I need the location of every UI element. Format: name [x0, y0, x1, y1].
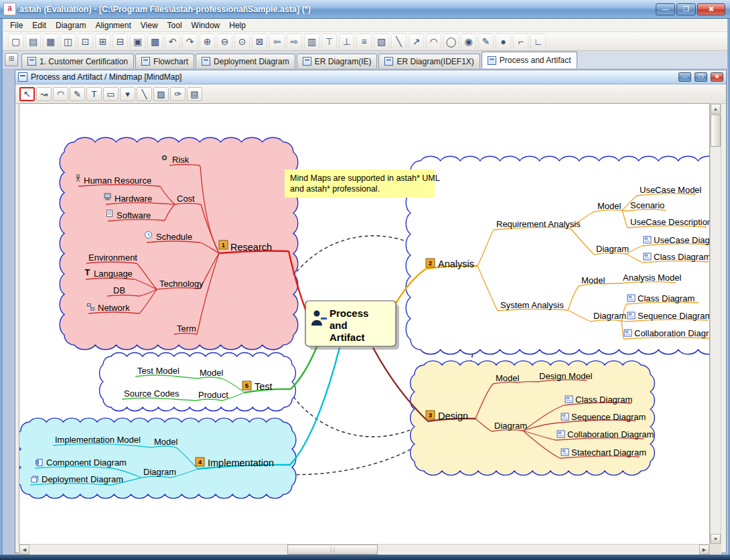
- node-usecase-description[interactable]: UseCase Description: [630, 217, 709, 227]
- menu-file[interactable]: File: [5, 19, 27, 31]
- menu-alignment[interactable]: Alignment: [90, 19, 135, 31]
- node-component-diagram[interactable]: Component Diagram: [46, 458, 127, 468]
- copy-diagram-icon[interactable]: ▣: [130, 33, 145, 49]
- root-node[interactable]: Process and Artifact: [305, 301, 399, 350]
- scroll-up-button[interactable]: ▲: [711, 104, 721, 114]
- distribute-icon[interactable]: ≡: [356, 33, 372, 49]
- line-tool[interactable]: ╲: [137, 87, 152, 101]
- diagram-minimize-button[interactable]: —: [678, 72, 691, 82]
- grid-icon[interactable]: ▥: [304, 33, 319, 49]
- node-sequence-diagram[interactable]: Sequence Diagram: [638, 311, 709, 321]
- horizontal-scrollbar-thumb[interactable]: ┆┆: [287, 545, 378, 555]
- menu-edit[interactable]: Edit: [27, 19, 51, 31]
- node-class-diagram[interactable]: Class Diagram: [638, 293, 695, 303]
- node-statechart-diagram[interactable]: Statechart Diagram: [571, 447, 646, 458]
- node-design-model[interactable]: Design Model: [539, 371, 593, 381]
- node-diagram[interactable]: Diagram: [596, 244, 629, 254]
- node-test[interactable]: Test: [254, 381, 273, 392]
- node-model[interactable]: Model: [581, 275, 605, 285]
- align-top-icon[interactable]: ⊤: [321, 33, 337, 49]
- node-test-model[interactable]: Test Model: [137, 366, 179, 376]
- image-tool[interactable]: ▨: [153, 87, 169, 101]
- node-implementation[interactable]: Implementation: [208, 458, 274, 468]
- zoom-fit-icon[interactable]: ⊠: [252, 33, 267, 49]
- tab-deployment-diagram[interactable]: Deployment Diagram: [196, 54, 295, 68]
- tab-er-diagram-ie[interactable]: ER Diagram(IE): [297, 54, 378, 68]
- node-model[interactable]: Model: [597, 201, 622, 211]
- zoom-reset-icon[interactable]: ⊙: [234, 33, 250, 49]
- node-diagram[interactable]: Diagram: [143, 467, 176, 477]
- maximize-button[interactable]: ❐: [676, 3, 696, 15]
- vertical-scrollbar[interactable]: ▲ ▼: [710, 103, 721, 545]
- node-model[interactable]: Model: [496, 373, 520, 383]
- menu-tool[interactable]: Tool: [163, 19, 187, 31]
- menu-view[interactable]: View: [136, 19, 163, 31]
- scroll-left-button[interactable]: ◀: [19, 545, 29, 555]
- align-bottom-icon[interactable]: ⊥: [339, 33, 354, 49]
- rect-tool-dropdown[interactable]: ▾: [120, 87, 135, 101]
- curve-edge-tool[interactable]: ◠: [53, 87, 68, 101]
- node-analysis[interactable]: Analysis: [438, 259, 474, 269]
- node-risk[interactable]: Risk: [172, 155, 190, 165]
- copy-icon[interactable]: ⊞: [95, 33, 111, 49]
- node-db[interactable]: DB: [113, 285, 125, 295]
- menu-diagram[interactable]: Diagram: [51, 19, 90, 31]
- send-to-back-icon[interactable]: ▧: [374, 33, 389, 49]
- diagram-close-button[interactable]: ✖: [711, 72, 723, 82]
- node-system-analysis[interactable]: System Analysis: [500, 300, 564, 310]
- freehand-tool[interactable]: ✎: [70, 87, 85, 101]
- tab-customer-certification[interactable]: 1. Customer Certification: [21, 54, 134, 68]
- node-hardware[interactable]: Hardware: [115, 194, 152, 204]
- line-tool-icon[interactable]: ╲: [391, 33, 407, 49]
- node-network[interactable]: Network: [98, 303, 130, 313]
- diagram-list-button[interactable]: ⊞: [5, 53, 18, 66]
- diagram-restore-button[interactable]: ❐: [695, 72, 707, 82]
- node-schedule[interactable]: Schedule: [156, 232, 192, 242]
- print-icon[interactable]: ◫: [60, 33, 76, 49]
- menu-help[interactable]: Help: [224, 19, 250, 31]
- curve-tool-icon[interactable]: ◠: [426, 33, 441, 49]
- ellipse-tool-icon[interactable]: ◯: [443, 33, 459, 49]
- rect-tool[interactable]: ▭: [103, 87, 119, 101]
- vertical-scrollbar-thumb[interactable]: [711, 115, 721, 147]
- menu-window[interactable]: Window: [187, 19, 225, 31]
- node-model[interactable]: Model: [154, 437, 178, 447]
- node-software[interactable]: Software: [117, 210, 151, 220]
- scroll-right-button[interactable]: ▶: [699, 545, 709, 555]
- node-cost[interactable]: Cost: [177, 194, 195, 204]
- undo-icon[interactable]: ↶: [165, 33, 180, 49]
- horizontal-scrollbar[interactable]: ◀ ┆┆ ▶: [19, 544, 710, 555]
- node-analysis-model[interactable]: Analysis Model: [623, 273, 682, 283]
- node-diagram[interactable]: Diagram: [593, 311, 626, 321]
- stereotype-icon[interactable]: ✎: [478, 33, 494, 49]
- diagram-window-title-bar[interactable]: Process and Artifact / Mindmap [MindMap]…: [15, 70, 726, 84]
- note[interactable]: Mind Maps are supported in astah* UML an…: [285, 169, 440, 198]
- node-environment[interactable]: Environment: [88, 253, 137, 263]
- navigate-forward-icon[interactable]: ⇨: [287, 33, 302, 49]
- node-collaboration-diagram[interactable]: Collaboration Diagram: [634, 328, 709, 338]
- node-usecase-diagram[interactable]: UseCase Diagram: [654, 235, 709, 245]
- node-collaboration-diagram[interactable]: Collaboration Diagram: [567, 429, 654, 439]
- node-term[interactable]: Term: [177, 324, 196, 334]
- sphere-view-icon[interactable]: ●: [496, 33, 511, 49]
- corner-connector-icon[interactable]: ⌐: [513, 33, 528, 49]
- pushpin-tool[interactable]: ✑: [170, 87, 186, 101]
- angle-connector-icon[interactable]: ∟: [530, 33, 546, 49]
- zoom-in-icon[interactable]: ⊕: [200, 33, 215, 49]
- close-button[interactable]: ✖: [697, 3, 725, 15]
- text-tool[interactable]: T: [86, 87, 102, 101]
- copy-image-tool[interactable]: ▤: [187, 87, 202, 101]
- edge-tool[interactable]: ↝: [36, 87, 52, 101]
- minimize-button[interactable]: —: [656, 3, 675, 15]
- node-class-diagram[interactable]: Class Diagram: [575, 395, 632, 405]
- print-preview-icon[interactable]: ⊡: [78, 33, 93, 49]
- open-project-icon[interactable]: ▤: [25, 33, 41, 49]
- node-sequence-diagram[interactable]: Sequence Diagram: [571, 412, 646, 422]
- node-source-codes[interactable]: Source Codes: [124, 389, 179, 399]
- mindmap-canvas[interactable]: T: [19, 103, 710, 545]
- node-research[interactable]: Research: [230, 242, 272, 253]
- node-model[interactable]: Model: [200, 368, 224, 378]
- paste-icon[interactable]: ⊟: [113, 33, 128, 49]
- redo-icon[interactable]: ↷: [182, 33, 198, 49]
- navigate-back-icon[interactable]: ⇦: [269, 33, 285, 49]
